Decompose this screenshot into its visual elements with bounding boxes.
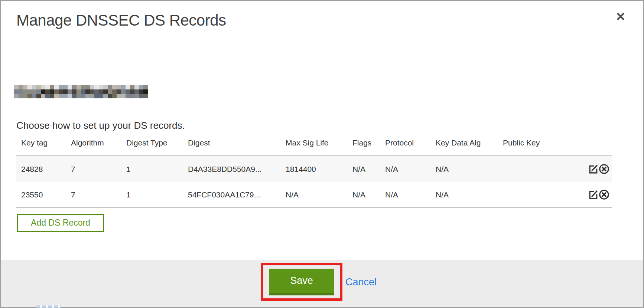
cell-public-key: [498, 156, 578, 182]
cell-protocol: N/A: [380, 156, 430, 182]
cell-flags: N/A: [347, 182, 380, 208]
edit-record-button[interactable]: [588, 189, 599, 200]
cell-key-tag: 23550: [16, 182, 66, 208]
dnssec-ds-records-modal: Manage DNSSEC DS Records ✕ Choose how to…: [0, 0, 644, 308]
close-icon[interactable]: ✕: [612, 9, 629, 25]
column-header-flags: Flags: [347, 134, 380, 156]
cell-digest: 54FCF030AA1C79...: [183, 182, 280, 208]
cell-key-tag: 24828: [16, 156, 66, 182]
column-header-key-data-alg: Key Data Alg: [430, 134, 498, 156]
column-header-algorithm: Algorithm: [66, 134, 121, 156]
cell-digest: D4A33E8DD550A9...: [183, 156, 280, 182]
cell-algorithm: 7: [66, 156, 121, 182]
column-header-protocol: Protocol: [380, 134, 430, 156]
add-ds-record-button[interactable]: Add DS Record: [17, 214, 104, 232]
redacted-domain-name: [14, 85, 148, 98]
table-header-row: Key tag Algorithm Digest Type Digest Max…: [16, 134, 612, 156]
column-header-actions: [578, 134, 612, 156]
table-row: 24828 7 1 D4A33E8DD550A9... 1814400 N/A …: [16, 156, 612, 182]
cell-algorithm: 7: [66, 182, 121, 208]
delete-record-button[interactable]: [599, 164, 609, 174]
background-page-fragment: [36, 305, 61, 308]
column-header-key-tag: Key tag: [16, 134, 66, 156]
cell-row-actions: [578, 182, 612, 208]
cell-row-actions: [578, 156, 612, 182]
cell-max-sig-life: 1814400: [280, 156, 347, 182]
annotation-highlight-rect: Save: [261, 263, 342, 301]
cell-key-data-alg: N/A: [430, 156, 498, 182]
cell-public-key: [498, 182, 578, 208]
page-title: Manage DNSSEC DS Records: [16, 12, 226, 29]
column-header-digest: Digest: [183, 134, 280, 156]
column-header-max-sig-life: Max Sig Life: [280, 134, 347, 156]
cell-protocol: N/A: [380, 182, 430, 208]
save-button[interactable]: Save: [269, 269, 334, 295]
delete-icon: [599, 196, 609, 201]
edit-icon: [588, 196, 599, 201]
cancel-link[interactable]: Cancel: [345, 276, 377, 288]
cell-digest-type: 1: [121, 182, 183, 208]
modal-footer: Save Cancel: [1, 260, 643, 307]
cell-digest-type: 1: [121, 156, 183, 182]
ds-records-table: Key tag Algorithm Digest Type Digest Max…: [16, 134, 612, 208]
delete-icon: [599, 170, 609, 176]
cell-key-data-alg: N/A: [430, 182, 498, 208]
cell-max-sig-life: N/A: [280, 182, 347, 208]
column-header-public-key: Public Key: [498, 134, 578, 156]
delete-record-button[interactable]: [599, 189, 609, 200]
edit-record-button[interactable]: [588, 164, 599, 174]
table-row: 23550 7 1 54FCF030AA1C79... N/A N/A N/A …: [16, 182, 612, 208]
cell-flags: N/A: [347, 156, 380, 182]
instruction-text: Choose how to set up your DS records.: [16, 120, 185, 131]
edit-icon: [588, 170, 599, 176]
column-header-digest-type: Digest Type: [121, 134, 183, 156]
